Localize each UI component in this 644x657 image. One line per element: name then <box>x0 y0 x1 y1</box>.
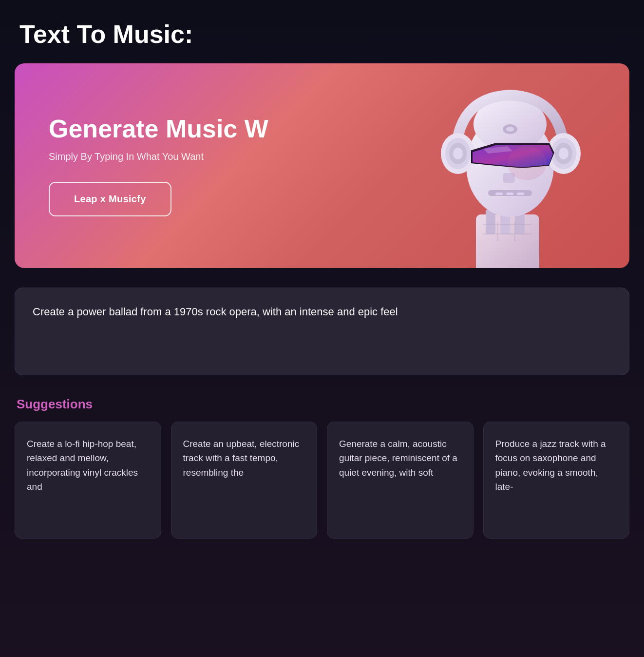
suggestions-section: Suggestions Create a lo-fi hip-hop beat,… <box>15 397 629 539</box>
page-title: Text To Music: <box>15 19 629 49</box>
suggestion-card-3[interactable]: Generate a calm, acoustic guitar piece, … <box>327 422 474 539</box>
suggestions-title: Suggestions <box>15 397 629 412</box>
svg-point-25 <box>508 146 547 180</box>
suggestions-grid: Create a lo-fi hip-hop beat, relaxed and… <box>15 422 629 539</box>
page-wrapper: Text To Music: Generate Music W Simply B… <box>0 0 644 568</box>
suggestion-card-2[interactable]: Create an upbeat, electronic track with … <box>171 422 318 539</box>
svg-rect-22 <box>517 193 524 195</box>
svg-rect-21 <box>506 193 513 195</box>
svg-point-17 <box>559 148 568 159</box>
suggestion-card-4[interactable]: Produce a jazz track with a focus on sax… <box>483 422 630 539</box>
hero-title: Generate Music W <box>49 115 268 143</box>
hero-banner: Generate Music W Simply By Typing In Wha… <box>15 63 629 268</box>
suggestion-text-4: Produce a jazz track with a focus on sax… <box>495 437 618 494</box>
suggestion-text-1: Create a lo-fi hip-hop beat, relaxed and… <box>27 437 149 494</box>
hero-content: Generate Music W Simply By Typing In Wha… <box>15 86 303 245</box>
svg-point-24 <box>506 127 514 132</box>
text-input-section <box>15 288 629 377</box>
music-prompt-input[interactable] <box>15 288 629 375</box>
svg-rect-20 <box>495 193 503 195</box>
robot-illustration <box>376 63 629 268</box>
suggestion-card-1[interactable]: Create a lo-fi hip-hop beat, relaxed and… <box>15 422 161 539</box>
suggestion-text-3: Generate a calm, acoustic guitar piece, … <box>339 437 461 480</box>
hero-subtitle: Simply By Typing In What You Want <box>49 151 268 162</box>
hero-button[interactable]: Leap x Musicfy <box>49 182 171 216</box>
svg-point-13 <box>453 148 463 159</box>
suggestion-text-2: Create an upbeat, electronic track with … <box>183 437 305 480</box>
